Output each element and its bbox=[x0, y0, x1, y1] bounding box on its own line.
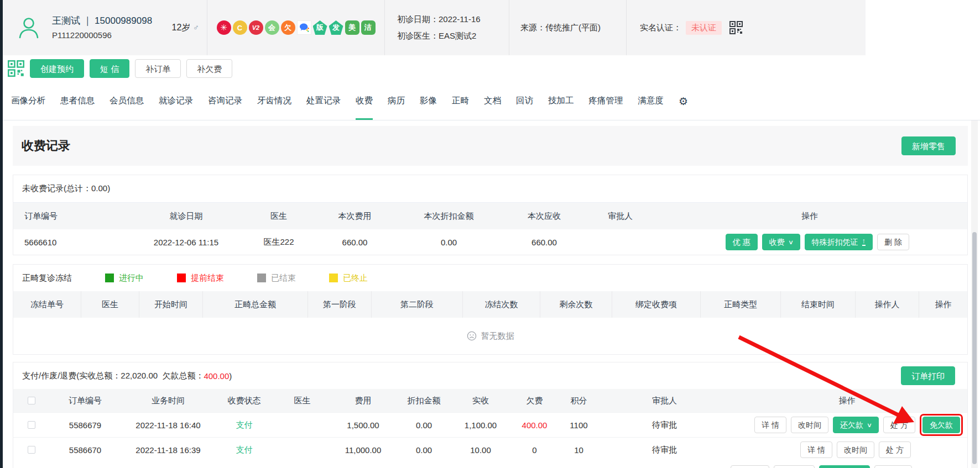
supplement-order-button[interactable]: 补订单 bbox=[135, 59, 181, 78]
chevron-down-icon: ∨ bbox=[867, 422, 872, 428]
fee: 11,000.00 bbox=[326, 445, 400, 455]
patient-summary: 王测试 ｜ 15000989098 P111220000596 12岁 ♂ bbox=[3, 0, 207, 55]
tab-follow-up[interactable]: 回访 bbox=[516, 82, 533, 120]
patient-qr-icon[interactable] bbox=[8, 60, 24, 77]
detail-button[interactable]: 详 情 bbox=[800, 441, 832, 458]
ortho-freeze-panel: 正畸复诊冻结 进行中 提前结束 已结束 已终止 冻结单号 医生 开始时间 正畸总… bbox=[13, 264, 968, 355]
tab-member-info[interactable]: 会员信息 bbox=[110, 82, 144, 120]
patient-tag-badges: ✳ C V2 会 欠 版 发 美 洁 bbox=[207, 0, 385, 55]
tab-teeth-status[interactable]: 牙齿情况 bbox=[257, 82, 291, 120]
discount-button[interactable]: 优 惠 bbox=[726, 234, 758, 250]
tab-lab-processing[interactable]: 技加工 bbox=[548, 82, 574, 120]
action-bar: 创建预约 短 信 补订单 补欠费 bbox=[3, 55, 980, 82]
create-appointment-button[interactable]: 创建预约 bbox=[30, 59, 84, 78]
fee: 660.00 bbox=[312, 238, 398, 247]
change-time-button[interactable]: 改时间 bbox=[791, 417, 828, 433]
badge-mei-icon[interactable]: 美 bbox=[345, 20, 359, 35]
cropped-button[interactable] bbox=[774, 465, 815, 468]
cropped-button[interactable] bbox=[819, 465, 870, 468]
tab-treatment-records[interactable]: 处置记录 bbox=[306, 82, 341, 120]
col-ortho-type: 正畸类型 bbox=[700, 291, 780, 318]
row-checkbox[interactable] bbox=[28, 446, 35, 454]
col-bound-charge-item: 绑定收费项 bbox=[612, 291, 700, 318]
order-id: 5586679 bbox=[44, 420, 127, 430]
realname-qr-icon[interactable] bbox=[729, 21, 743, 34]
print-order-button[interactable]: 订单打印 bbox=[901, 366, 955, 385]
tab-consult-records[interactable]: 咨询记录 bbox=[208, 82, 242, 120]
change-time-button[interactable]: 改时间 bbox=[837, 441, 874, 458]
tab-settings-gear-icon[interactable]: ⚙ bbox=[679, 82, 688, 120]
tab-imaging[interactable]: 影像 bbox=[420, 82, 437, 120]
badge-jie-icon[interactable]: 洁 bbox=[361, 20, 376, 35]
patient-name-phone: 王测试 ｜ 15000989098 bbox=[52, 14, 152, 28]
col-freeze-id: 冻结单号 bbox=[13, 291, 81, 318]
select-all-checkbox[interactable] bbox=[28, 397, 35, 404]
badge-v2-icon[interactable]: V2 bbox=[249, 20, 263, 35]
waive-arrears-button[interactable]: 免欠款 bbox=[922, 417, 960, 433]
empty-text: 暂无数据 bbox=[481, 331, 514, 341]
prescription-button[interactable]: 处 方 bbox=[879, 441, 911, 458]
col-doctor: 医生 bbox=[246, 211, 312, 222]
badge-sun-icon[interactable]: ✳ bbox=[217, 20, 231, 35]
first-visit-doctor: 初诊医生：EAS测试2 bbox=[397, 28, 481, 44]
paid-section-title: 支付/作废/退费(实收总额：22,020.00 欠款总额：400.00) bbox=[22, 371, 232, 381]
paid-records-panel: 支付/作废/退费(实收总额：22,020.00 欠款总额：400.00) 订单打… bbox=[13, 362, 968, 468]
unpaid-records-panel: 未收费记录(总计：0.00) 订单编号 就诊日期 医生 本次费用 本次折扣金额 … bbox=[13, 175, 968, 255]
annotation-highlight-box: 免欠款 bbox=[920, 414, 963, 436]
prescription-button[interactable]: 处 方 bbox=[883, 417, 915, 433]
ortho-section-title: 正畸复诊冻结 bbox=[22, 273, 72, 283]
badge-arrears-icon[interactable]: 欠 bbox=[281, 20, 295, 35]
paid-table-row-2: 5586670 2022-11-18 16:39 支付 11,000.00 0.… bbox=[13, 437, 967, 462]
legend-swatch-terminated bbox=[329, 274, 338, 282]
detail-button[interactable]: 详 情 bbox=[754, 417, 786, 433]
col-freeze-count: 冻结次数 bbox=[462, 291, 540, 318]
charge-dropdown-button[interactable]: 收费 ∨ bbox=[762, 234, 800, 250]
cropped-button[interactable] bbox=[874, 465, 912, 468]
supplement-arrears-button[interactable]: 补欠费 bbox=[186, 59, 232, 78]
tab-documents[interactable]: 文档 bbox=[484, 82, 501, 120]
tab-charges[interactable]: 收费 bbox=[356, 82, 373, 120]
tab-orthodontics[interactable]: 正畸 bbox=[452, 82, 469, 120]
col-order-id: 订单编号 bbox=[24, 211, 127, 222]
special-discount-voucher-button[interactable]: 特殊折扣凭证 ↑ bbox=[805, 234, 873, 250]
col-fee: 本次费用 bbox=[312, 211, 398, 222]
tab-pain-management[interactable]: 疼痛管理 bbox=[589, 82, 623, 120]
receivable: 660.00 bbox=[500, 238, 588, 247]
tab-patient-info[interactable]: 患者信息 bbox=[60, 82, 95, 120]
charge-status: 支付 bbox=[210, 420, 279, 430]
badge-ban-icon[interactable]: 版 bbox=[313, 20, 327, 35]
tab-medical-records[interactable]: 病历 bbox=[388, 82, 405, 120]
tab-satisfaction[interactable]: 满意度 bbox=[638, 82, 664, 120]
cropped-button[interactable] bbox=[731, 465, 769, 468]
tab-portrait-analysis[interactable]: 画像分析 bbox=[11, 82, 45, 120]
col-phase-2: 第二阶段 bbox=[371, 291, 462, 318]
realname-auth: 实名认证： 未认证 bbox=[627, 0, 866, 55]
patient-id: P111220000596 bbox=[52, 29, 152, 41]
badge-wecom-chat-icon[interactable] bbox=[297, 20, 311, 35]
upload-icon: ↑ bbox=[862, 238, 866, 245]
vertical-scrollbar-thumb[interactable] bbox=[972, 232, 977, 464]
badge-fa-icon[interactable]: 发 bbox=[329, 20, 343, 35]
sms-button[interactable]: 短 信 bbox=[90, 59, 129, 78]
col-discount: 本次折扣金额 bbox=[398, 211, 500, 222]
patient-header: 王测试 ｜ 15000989098 P111220000596 12岁 ♂ ✳ … bbox=[3, 0, 866, 55]
legend-swatch-in-progress bbox=[105, 274, 114, 282]
unpaid-table-row: 5666610 2022-12-06 11:15 医生222 660.00 0.… bbox=[13, 229, 967, 255]
col-end-time: 结束时间 bbox=[780, 291, 855, 318]
male-gender-icon: ♂ bbox=[193, 23, 199, 32]
approver: 待审批 bbox=[602, 420, 727, 430]
delete-button[interactable]: 删 除 bbox=[877, 234, 909, 250]
first-visit-date: 初诊日期：2022-11-16 bbox=[397, 11, 481, 28]
chevron-down-icon: ∨ bbox=[788, 239, 794, 245]
badge-c-icon[interactable]: C bbox=[233, 20, 247, 35]
col-biz-time: 业务时间 bbox=[127, 396, 210, 406]
col-phase-1: 第一阶段 bbox=[307, 291, 371, 318]
patient-billing-page: 王测试 ｜ 15000989098 P111220000596 12岁 ♂ ✳ … bbox=[0, 0, 980, 468]
repay-arrears-dropdown-button[interactable]: 还欠款 ∨ bbox=[833, 417, 879, 433]
col-doctor: 医生 bbox=[279, 396, 326, 406]
add-retail-button[interactable]: 新增零售 bbox=[901, 136, 956, 155]
row-checkbox[interactable] bbox=[28, 421, 35, 429]
tab-visit-records[interactable]: 就诊记录 bbox=[159, 82, 193, 120]
badge-member-icon[interactable]: 会 bbox=[265, 20, 279, 35]
arrears-total: 400.00 bbox=[204, 371, 229, 381]
